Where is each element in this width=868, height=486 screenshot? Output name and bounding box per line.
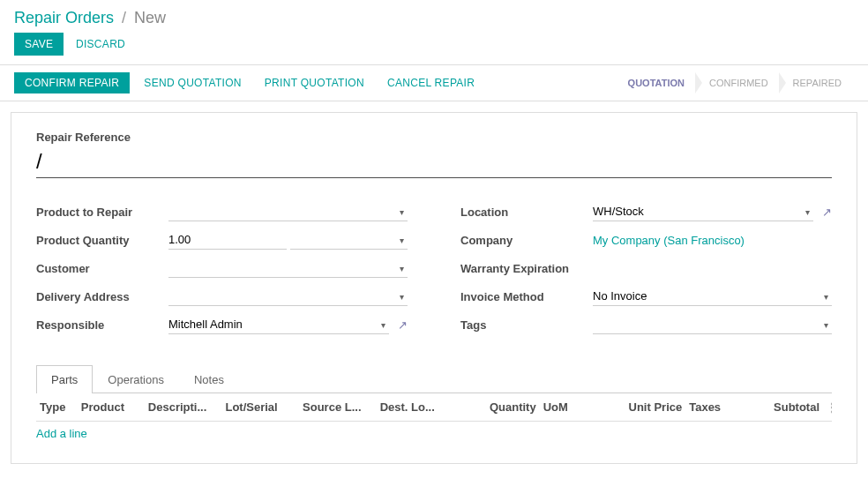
discard-button[interactable]: Discard — [67, 33, 134, 56]
form-right-column: Location ↗ Company My Company (San Franc… — [460, 201, 832, 342]
th-dest: Dest. Lo... — [377, 400, 454, 414]
th-subtotal: Subtotal — [737, 400, 823, 414]
external-link-icon[interactable]: ↗ — [822, 206, 832, 219]
responsible-label: Responsible — [36, 318, 168, 332]
confirm-repair-button[interactable]: Confirm Repair — [14, 72, 130, 93]
delivery-address-input[interactable] — [168, 287, 408, 306]
form-sheet: Repair Reference Product to Repair Produ… — [11, 112, 857, 464]
product-quantity-uom[interactable] — [290, 230, 408, 250]
tags-row: Tags — [460, 314, 832, 335]
th-menu-icon[interactable]: ⋮ — [823, 400, 832, 414]
breadcrumb: Repair Orders / New — [0, 0, 868, 33]
table-header: Type Product Descripti... Lot/Serial Sou… — [36, 393, 832, 422]
th-type: Type — [36, 400, 78, 414]
responsible-input[interactable] — [168, 315, 389, 334]
cancel-repair-button[interactable]: Cancel Repair — [378, 72, 483, 93]
form-grid: Product to Repair Product Quantity Cu — [36, 201, 832, 342]
tab-notes[interactable]: Notes — [179, 365, 239, 393]
save-button[interactable]: Save — [14, 33, 64, 56]
send-quotation-button[interactable]: Send Quotation — [135, 72, 250, 93]
th-quantity: Quantity — [453, 400, 539, 414]
customer-input[interactable] — [168, 258, 408, 278]
invoice-method-label: Invoice Method — [460, 290, 593, 303]
statusbar-steps: Quotation Confirmed Repaired — [616, 72, 854, 93]
repair-reference-input[interactable] — [36, 147, 832, 178]
tags-input[interactable] — [593, 315, 832, 334]
location-row: Location ↗ — [460, 201, 832, 222]
product-to-repair-input[interactable] — [168, 202, 408, 221]
warranty-row: Warranty Expiration — [460, 258, 832, 279]
company-row: Company My Company (San Francisco) — [460, 229, 832, 250]
location-input[interactable] — [593, 202, 813, 221]
tab-operations[interactable]: Operations — [93, 365, 179, 393]
th-product: Product — [78, 400, 145, 414]
delivery-address-label: Delivery Address — [36, 290, 168, 303]
customer-label: Customer — [36, 262, 168, 275]
responsible-row: Responsible ↗ — [36, 314, 408, 335]
warranty-label: Warranty Expiration — [460, 262, 593, 275]
product-quantity-label: Product Quantity — [36, 234, 168, 247]
tab-parts[interactable]: Parts — [36, 365, 93, 393]
product-to-repair-row: Product to Repair — [36, 201, 408, 222]
form-left-column: Product to Repair Product Quantity Cu — [36, 201, 408, 342]
invoice-method-input[interactable] — [593, 287, 832, 306]
breadcrumb-separator: / — [122, 9, 126, 26]
repair-reference-label: Repair Reference — [36, 131, 832, 144]
warranty-input[interactable] — [593, 259, 832, 278]
customer-row: Customer — [36, 258, 408, 279]
statusbar-actions: Confirm Repair Send Quotation Print Quot… — [14, 72, 483, 93]
location-label: Location — [460, 206, 593, 219]
th-taxes: Taxes — [685, 400, 737, 414]
statusbar: Confirm Repair Send Quotation Print Quot… — [0, 64, 868, 101]
company-label: Company — [460, 234, 593, 247]
tags-label: Tags — [460, 318, 593, 332]
status-quotation[interactable]: Quotation — [616, 72, 697, 93]
invoice-method-row: Invoice Method — [460, 286, 832, 307]
company-value[interactable]: My Company (San Francisco) — [593, 234, 745, 247]
th-lot: Lot/Serial — [221, 400, 299, 414]
product-quantity-row: Product Quantity — [36, 229, 408, 250]
add-line-link[interactable]: Add a line — [36, 422, 832, 445]
delivery-address-row: Delivery Address — [36, 286, 408, 307]
action-buttons: Save Discard — [0, 33, 868, 64]
th-description: Descripti... — [145, 400, 222, 414]
th-unit-price: Unit Price — [582, 400, 685, 414]
external-link-icon[interactable]: ↗ — [398, 318, 408, 332]
breadcrumb-parent[interactable]: Repair Orders — [14, 9, 114, 26]
print-quotation-button[interactable]: Print Quotation — [256, 72, 373, 93]
breadcrumb-current: New — [134, 9, 166, 26]
status-repaired[interactable]: Repaired — [781, 72, 854, 93]
th-uom: UoM — [540, 400, 583, 414]
product-quantity-input[interactable] — [168, 230, 287, 250]
status-confirmed[interactable]: Confirmed — [697, 72, 781, 93]
product-to-repair-label: Product to Repair — [36, 206, 168, 219]
tabs: Parts Operations Notes — [36, 365, 832, 393]
th-source: Source L... — [299, 400, 377, 414]
